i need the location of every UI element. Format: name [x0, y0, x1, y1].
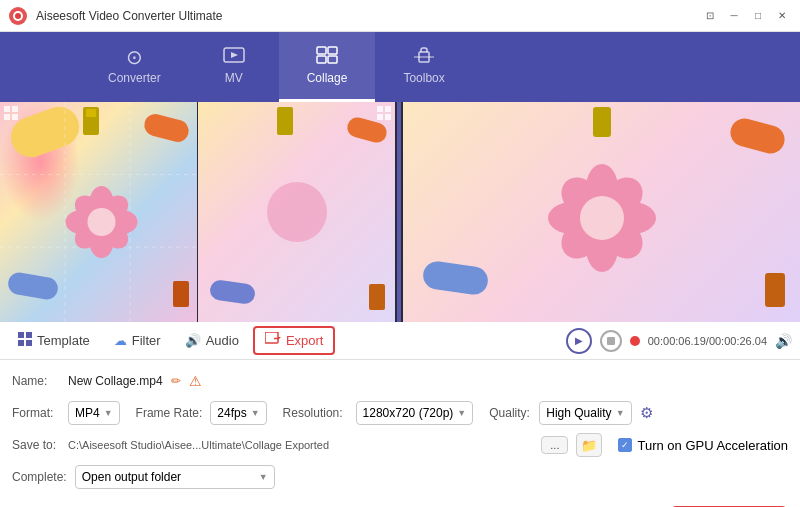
complete-value: Open output folder: [82, 470, 255, 484]
framerate-arrow: ▼: [251, 408, 260, 418]
folder-icon: 📁: [581, 438, 597, 453]
quality-label: Quality:: [489, 406, 531, 420]
toolbar: Template ☁ Filter 🔊 Audio Export ▶: [0, 322, 800, 360]
preview-panel-2: [198, 102, 395, 322]
browse-btn[interactable]: ...: [541, 436, 568, 454]
toolbox-label: Toolbox: [403, 71, 444, 85]
edit-name-icon[interactable]: ✏: [171, 374, 181, 388]
navbar: ⊙ Converter MV Collage: [0, 32, 800, 102]
window-controls: ⊡ ─ □ ✕: [700, 8, 792, 24]
preview-area: [0, 102, 800, 322]
folder-btn[interactable]: 📁: [576, 433, 602, 457]
format-arrow: ▼: [104, 408, 113, 418]
saveto-row: Save to: C:\Aiseesoft Studio\Aisee...Ult…: [12, 432, 788, 458]
export-btn[interactable]: Export: [253, 326, 336, 355]
complete-row: Complete: Open output folder ▼: [12, 464, 788, 490]
toolbox-icon: [413, 46, 435, 67]
stop-btn[interactable]: [600, 330, 622, 352]
preview-left: [0, 102, 395, 322]
audio-icon: 🔊: [185, 333, 201, 348]
svg-rect-44: [26, 340, 32, 346]
svg-rect-42: [26, 332, 32, 338]
svg-rect-45: [265, 332, 278, 343]
gpu-checkbox[interactable]: ✓: [618, 438, 632, 452]
svg-rect-28: [377, 106, 383, 112]
name-value: New Collage.mp4: [68, 374, 163, 388]
svg-point-40: [580, 196, 624, 240]
svg-rect-16: [4, 114, 10, 120]
play-btn[interactable]: ▶: [566, 328, 592, 354]
name-label: Name:: [12, 374, 60, 388]
template-icon: [18, 332, 32, 349]
resolution-dropdown[interactable]: 1280x720 (720p) ▼: [356, 401, 474, 425]
export-icon: [265, 332, 281, 349]
mv-label: MV: [225, 71, 243, 85]
svg-rect-5: [328, 47, 337, 54]
complete-dropdown[interactable]: Open output folder ▼: [75, 465, 275, 489]
quality-dropdown[interactable]: High Quality ▼: [539, 401, 631, 425]
collage-icon: [316, 46, 338, 67]
svg-rect-7: [328, 56, 337, 63]
preview-panel-1: [0, 102, 197, 322]
resolution-label: Resolution:: [283, 406, 348, 420]
converter-icon: ⊙: [126, 47, 143, 67]
svg-rect-14: [4, 106, 10, 112]
caption-btn1[interactable]: ⊡: [700, 8, 720, 24]
svg-rect-29: [385, 106, 391, 112]
close-btn[interactable]: ✕: [772, 8, 792, 24]
tab-mv[interactable]: MV: [189, 32, 279, 102]
framerate-dropdown[interactable]: 24fps ▼: [210, 401, 266, 425]
record-dot: [630, 336, 640, 346]
svg-rect-17: [12, 114, 18, 120]
gpu-checkbox-container[interactable]: ✓ Turn on GPU Acceleration: [618, 438, 788, 453]
svg-rect-6: [317, 56, 326, 63]
audio-btn[interactable]: 🔊 Audio: [175, 329, 249, 352]
time-display: 00:00:06.19/00:00:26.04: [648, 335, 767, 347]
svg-rect-41: [18, 332, 24, 338]
converter-label: Converter: [108, 71, 161, 85]
minimize-btn[interactable]: ─: [724, 8, 744, 24]
tab-converter[interactable]: ⊙ Converter: [80, 32, 189, 102]
toolbar-left: Template ☁ Filter 🔊 Audio Export: [8, 326, 566, 355]
stop-icon: [607, 337, 615, 345]
maximize-btn[interactable]: □: [748, 8, 768, 24]
preview-right: [403, 102, 800, 322]
saveto-label: Save to:: [12, 438, 60, 452]
framerate-value: 24fps: [217, 406, 246, 420]
preview-splitter[interactable]: [397, 102, 401, 322]
collage-label: Collage: [307, 71, 348, 85]
template-btn[interactable]: Template: [8, 328, 100, 353]
collage-bg-right: [403, 102, 800, 322]
tab-collage[interactable]: Collage: [279, 32, 376, 102]
quality-arrow: ▼: [616, 408, 625, 418]
tab-toolbox[interactable]: Toolbox: [375, 32, 472, 102]
framerate-label: Frame Rate:: [136, 406, 203, 420]
format-value: MP4: [75, 406, 100, 420]
name-row: Name: New Collage.mp4 ✏ ⚠: [12, 368, 788, 394]
gear-icon[interactable]: ⚙: [640, 404, 653, 422]
app-logo: [8, 6, 28, 26]
mv-icon: [223, 46, 245, 67]
titlebar: Aiseesoft Video Converter Ultimate ⊡ ─ □…: [0, 0, 800, 32]
filter-btn[interactable]: ☁ Filter: [104, 329, 171, 352]
svg-rect-4: [317, 47, 326, 54]
start-export-row: Start Export: [0, 498, 800, 507]
collage-bg-1: [0, 102, 197, 322]
quality-value: High Quality: [546, 406, 611, 420]
svg-point-27: [87, 208, 115, 236]
gpu-label: Turn on GPU Acceleration: [637, 438, 788, 453]
warn-icon[interactable]: ⚠: [189, 373, 202, 389]
format-dropdown[interactable]: MP4 ▼: [68, 401, 120, 425]
template-label: Template: [37, 333, 90, 348]
toolbar-right: ▶ 00:00:06.19/00:00:26.04 🔊: [566, 328, 792, 354]
svg-rect-31: [385, 114, 391, 120]
saveto-path: C:\Aiseesoft Studio\Aisee...Ultimate\Col…: [68, 439, 533, 451]
collage-bg-2: [198, 102, 395, 322]
resolution-arrow: ▼: [457, 408, 466, 418]
app-title: Aiseesoft Video Converter Ultimate: [36, 9, 700, 23]
complete-label: Complete:: [12, 470, 67, 484]
filter-icon: ☁: [114, 333, 127, 348]
svg-point-2: [15, 13, 21, 19]
volume-icon[interactable]: 🔊: [775, 333, 792, 349]
svg-rect-43: [18, 340, 24, 346]
